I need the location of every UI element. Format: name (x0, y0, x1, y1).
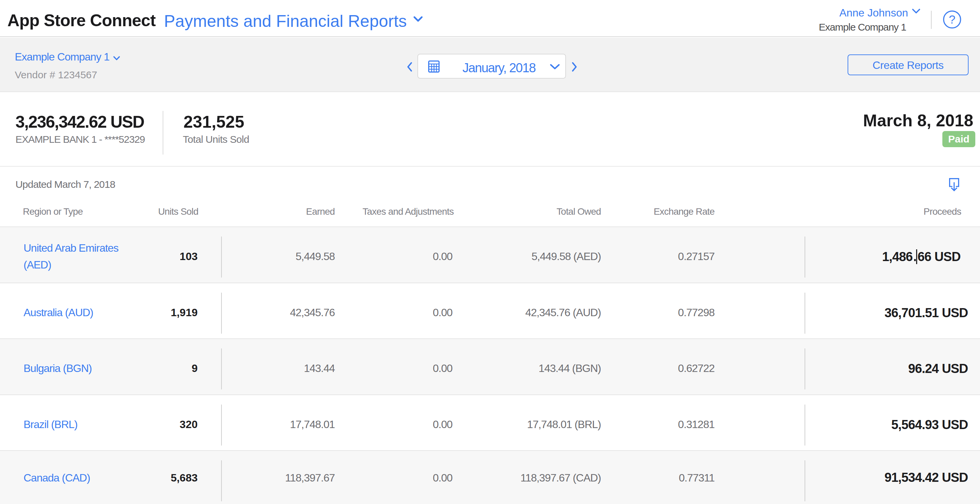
svg-text:?: ? (949, 13, 955, 26)
